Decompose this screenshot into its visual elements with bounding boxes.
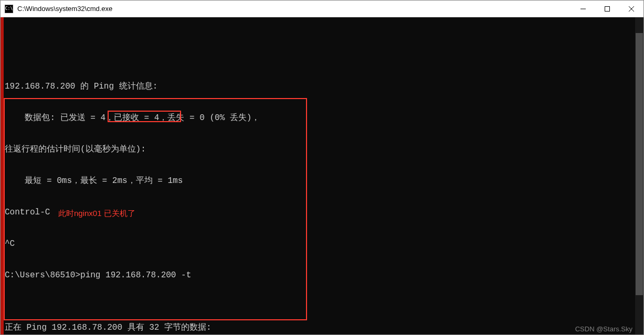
terminal-line: 最短 = 0ms，最长 = 2ms，平均 = 1ms	[5, 176, 643, 186]
svg-rect-1	[605, 6, 610, 11]
maximize-button[interactable]	[595, 1, 619, 17]
minimize-button[interactable]	[571, 1, 595, 17]
close-icon	[629, 6, 634, 12]
vertical-scrollbar[interactable]	[635, 17, 643, 334]
minimize-icon	[580, 6, 586, 12]
titlebar[interactable]: C:\ C:\Windows\system32\cmd.exe	[1, 1, 643, 17]
watermark: CSDN @Stars.Sky	[575, 325, 632, 333]
scrollbar-thumb[interactable]	[636, 33, 643, 295]
annotation-text: 此时nginx01 已关机了	[58, 208, 135, 219]
window-title: C:\Windows\system32\cmd.exe	[17, 5, 112, 13]
window-controls	[571, 1, 643, 17]
close-button[interactable]	[619, 1, 643, 17]
maximize-icon	[605, 6, 610, 12]
terminal-line: 往返行程的估计时间(以毫秒为单位):	[5, 144, 643, 155]
terminal-area[interactable]: 192.168.78.200 的 Ping 统计信息: 数据包: 已发送 = 4…	[1, 17, 643, 334]
terminal-line: 数据包: 已发送 = 4，已接收 = 4，丢失 = 0 (0% 丢失)，	[5, 113, 643, 123]
cmd-window: C:\ C:\Windows\system32\cmd.exe 192.168.…	[0, 0, 644, 335]
cmd-icon: C:\	[5, 5, 13, 13]
terminal-line: 正在 Ping 192.168.78.200 具有 32 字节的数据:	[5, 322, 643, 333]
terminal-line: ^C	[5, 239, 643, 249]
terminal-line: C:\Users\86510>ping 192.168.78.200 -t	[5, 270, 643, 280]
terminal-content: 192.168.78.200 的 Ping 统计信息: 数据包: 已发送 = 4…	[4, 39, 643, 334]
terminal-line: 192.168.78.200 的 Ping 统计信息:	[5, 81, 643, 92]
